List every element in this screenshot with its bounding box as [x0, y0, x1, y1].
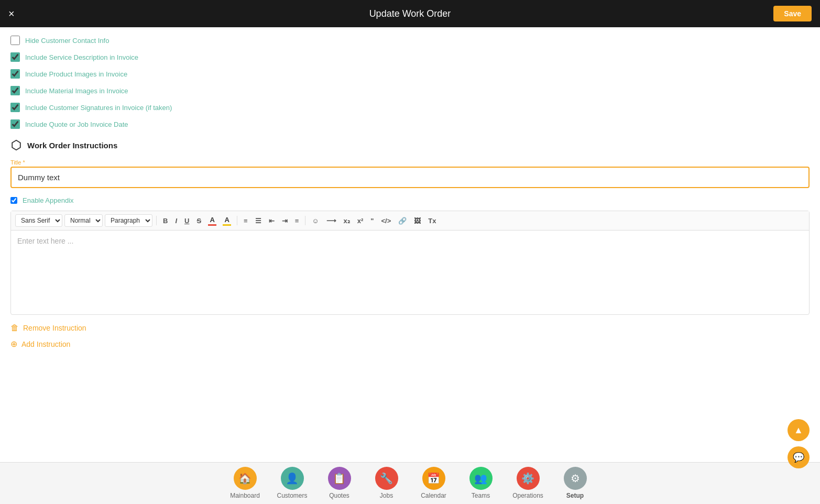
close-button[interactable]: ×: [8, 8, 15, 19]
svg-marker-0: [12, 140, 20, 150]
enable-appendix-checkbox[interactable]: [10, 197, 17, 204]
checkbox-row-include-material: Include Material Images in Invoice: [10, 86, 810, 95]
add-instruction-label: Add Instruction: [21, 340, 70, 348]
hide-contact-label[interactable]: Hide Customer Contact Info: [25, 37, 109, 45]
page-title: Update Work Order: [369, 8, 451, 19]
nav-item-operations[interactable]: ⚙️ Operations: [505, 465, 552, 501]
nav-item-jobs[interactable]: 🔧 Jobs: [363, 465, 410, 501]
toolbar-separator-2: [237, 216, 237, 225]
nav-item-calendar[interactable]: 📅 Calendar: [410, 465, 457, 501]
link-button[interactable]: 🔗: [396, 216, 409, 226]
font-family-select[interactable]: Sans Serif: [15, 214, 62, 227]
calendar-label: Calendar: [421, 492, 446, 499]
scroll-up-button[interactable]: ▲: [788, 419, 810, 441]
save-button[interactable]: Save: [773, 6, 812, 21]
trash-icon: 🗑: [10, 323, 19, 333]
checkbox-row-include-product: Include Product Images in Invoice: [10, 69, 810, 79]
highlight-button[interactable]: A: [221, 215, 233, 227]
indent-left-button[interactable]: ⇤: [266, 216, 277, 226]
rich-text-editor: Sans Serif Normal Paragraph B I U S A A …: [10, 211, 810, 315]
toolbar-separator-1: [156, 216, 157, 225]
mainboard-label: Mainboard: [230, 492, 260, 499]
include-service-label[interactable]: Include Service Description in Invoice: [25, 53, 138, 61]
checkbox-row-include-quote: Include Quote or Job Invoice Date: [10, 119, 810, 129]
emoji-button[interactable]: ☺: [309, 216, 321, 226]
teams-icon: 👥: [469, 467, 493, 490]
remove-instruction-button[interactable]: 🗑 Remove Instruction: [10, 323, 86, 333]
editor-body[interactable]: Enter text here ...: [11, 231, 809, 314]
jobs-label: Jobs: [380, 492, 393, 499]
customers-icon: 👤: [281, 467, 304, 490]
ltr-button[interactable]: ⟶: [324, 216, 339, 226]
paragraph-select[interactable]: Paragraph: [105, 214, 152, 227]
bold-button[interactable]: B: [160, 216, 170, 226]
include-quote-checkbox[interactable]: [10, 119, 20, 129]
setup-label: Setup: [566, 492, 584, 499]
underline-button[interactable]: U: [182, 216, 192, 226]
teams-label: Teams: [472, 492, 490, 499]
blockquote-button[interactable]: ": [368, 216, 376, 226]
checkbox-row-include-signatures: Include Customer Signatures in Invoice (…: [10, 103, 810, 112]
checkbox-row-include-service: Include Service Description in Invoice: [10, 52, 810, 62]
nav-item-teams[interactable]: 👥 Teams: [457, 465, 505, 501]
mainboard-icon: 🏠: [234, 467, 257, 490]
quotes-icon: 📋: [328, 467, 351, 490]
include-service-checkbox[interactable]: [10, 52, 20, 62]
hexagon-icon: [10, 139, 22, 151]
align-button[interactable]: ≡: [292, 216, 302, 226]
strikethrough-button[interactable]: S: [194, 216, 204, 226]
title-field-label: Title *: [10, 159, 810, 166]
nav-item-quotes[interactable]: 📋 Quotes: [316, 465, 363, 501]
main-content: Hide Customer Contact Info Include Servi…: [0, 27, 820, 462]
include-product-checkbox[interactable]: [10, 69, 20, 79]
setup-icon: ⚙: [564, 467, 587, 490]
plus-circle-icon: ⊕: [10, 339, 17, 349]
include-quote-label[interactable]: Include Quote or Job Invoice Date: [25, 120, 128, 128]
customers-label: Customers: [277, 492, 307, 499]
nav-item-mainboard[interactable]: 🏠 Mainboard: [222, 465, 269, 501]
remove-instruction-label: Remove Instruction: [23, 324, 86, 332]
chat-button[interactable]: 💬: [788, 446, 810, 468]
bottom-navigation: 🏠 Mainboard 👤 Customers 📋 Quotes 🔧 Jobs …: [0, 462, 820, 504]
operations-icon: ⚙️: [517, 467, 540, 490]
code-button[interactable]: </>: [379, 216, 394, 226]
include-material-checkbox[interactable]: [10, 86, 20, 95]
indent-right-button[interactable]: ⇥: [279, 216, 290, 226]
quotes-label: Quotes: [329, 492, 349, 499]
include-signatures-label[interactable]: Include Customer Signatures in Invoice (…: [25, 104, 172, 112]
title-input[interactable]: [10, 167, 810, 188]
nav-item-setup[interactable]: ⚙ Setup: [552, 465, 599, 501]
image-button[interactable]: 🖼: [411, 216, 423, 226]
superscript-button[interactable]: x²: [355, 216, 366, 226]
editor-toolbar: Sans Serif Normal Paragraph B I U S A A …: [11, 211, 809, 231]
italic-button[interactable]: I: [172, 216, 180, 226]
work-order-instructions-section: Work Order Instructions: [10, 139, 810, 151]
section-title: Work Order Instructions: [27, 141, 117, 150]
include-product-label[interactable]: Include Product Images in Invoice: [25, 70, 127, 78]
operations-label: Operations: [512, 492, 543, 499]
enable-appendix-label[interactable]: Enable Appendix: [23, 196, 74, 204]
include-material-label[interactable]: Include Material Images in Invoice: [25, 87, 128, 95]
clear-format-button[interactable]: Tx: [425, 216, 439, 226]
calendar-icon: 📅: [422, 467, 445, 490]
add-instruction-button[interactable]: ⊕ Add Instruction: [10, 339, 70, 349]
font-size-select[interactable]: Normal: [64, 214, 103, 227]
font-color-button[interactable]: A: [206, 215, 218, 227]
nav-item-customers[interactable]: 👤 Customers: [269, 465, 316, 501]
subscript-button[interactable]: x₂: [341, 216, 353, 226]
jobs-icon: 🔧: [375, 467, 398, 490]
ordered-list-button[interactable]: ≡: [241, 216, 250, 226]
header: × Update Work Order Save: [0, 0, 820, 27]
toolbar-separator-3: [305, 216, 305, 225]
hide-contact-checkbox[interactable]: [10, 36, 20, 45]
checkbox-row-hide-contact: Hide Customer Contact Info: [10, 36, 810, 45]
enable-appendix-row: Enable Appendix: [10, 196, 810, 204]
include-signatures-checkbox[interactable]: [10, 103, 20, 112]
unordered-list-button[interactable]: ☰: [253, 216, 264, 226]
